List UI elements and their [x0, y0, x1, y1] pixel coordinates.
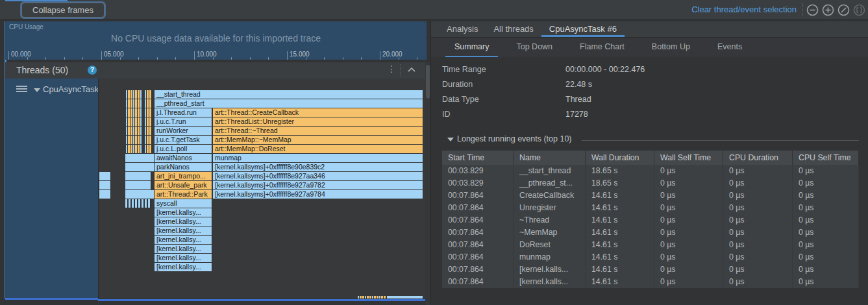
events-table-row[interactable]: 00:07.864CreateCallback14.61 s0 µs0 µs0 … [442, 189, 859, 202]
events-table-row[interactable]: 00:07.864DoReset14.61 s0 µs0 µs0 µs [442, 239, 859, 251]
flame-frame[interactable]: art::Unsafe_park [155, 181, 212, 189]
events-column-header[interactable]: Wall Duration [586, 151, 654, 165]
flame-frame[interactable]: [kernel.kallsy... [155, 263, 212, 271]
flame-frame[interactable]: [kernel.kallsy... [155, 226, 212, 235]
flame-frame[interactable]: art::Thread::~Thread [213, 127, 423, 135]
flame-frame[interactable]: parkNanos [155, 163, 212, 171]
zoom-in-icon[interactable] [822, 4, 834, 16]
events-table-row[interactable]: 00:03.829__start_thread18.65 s0 µs0 µs0 … [442, 165, 859, 177]
flame-frame[interactable]: art::MemMap::DoReset [213, 145, 423, 153]
flame-frame-fragment[interactable] [387, 296, 423, 299]
thread-divider-left [5, 298, 98, 300]
flame-frame[interactable]: __start_thread [155, 90, 423, 99]
events-column-header[interactable]: CPU Self Time [793, 151, 859, 165]
flame-frame[interactable]: [kernel.kallsy... [155, 254, 212, 262]
flame-frame-fragment[interactable] [145, 136, 152, 144]
flame-frame-fragment[interactable] [145, 99, 152, 108]
subtab-top-down[interactable]: Top Down [507, 38, 562, 57]
flame-frame-fragment[interactable] [145, 127, 152, 135]
flame-frame[interactable]: awaitNanos [155, 154, 212, 162]
flame-frame[interactable]: runWorker [155, 127, 212, 135]
events-table-row[interactable]: 00:07.864~Thread14.61 s0 µs0 µs0 µs [442, 214, 859, 226]
flame-frame[interactable]: [kernel.kallsyms]+0xffffff8e90e839c2 [213, 163, 423, 171]
flame-frame-fragment[interactable] [126, 136, 142, 144]
flame-frame-fragment[interactable] [126, 108, 142, 117]
flame-frame-fragment[interactable] [99, 190, 111, 199]
flame-frame[interactable]: syscall [155, 199, 212, 208]
subtab-bottom-up[interactable]: Bottom Up [643, 38, 699, 57]
events-table-row[interactable]: 00:07.864munmap14.61 s0 µs0 µs0 µs [442, 251, 859, 263]
flame-frame-fragment[interactable] [125, 190, 155, 199]
events-column-header[interactable]: Start Time [442, 151, 514, 165]
section-collapse-icon[interactable] [447, 138, 454, 141]
flame-frame-fragment[interactable] [145, 90, 152, 99]
flame-frame-fragment[interactable] [358, 296, 386, 299]
events-table-cell: 0 µs [723, 214, 793, 226]
flame-frame[interactable]: munmap [213, 154, 423, 162]
axis-minor-tick [213, 57, 214, 60]
tab-cpuasynctask[interactable]: CpuAsyncTask #6 [541, 21, 625, 37]
chevron-down-icon[interactable] [34, 88, 40, 92]
flame-frame-fragment[interactable] [99, 172, 111, 180]
flame-frame-fragment[interactable] [125, 172, 151, 180]
flame-frame-fragment[interactable] [125, 154, 155, 162]
flame-frame[interactable]: art::ThreadList::Unregister [213, 117, 423, 126]
flame-frame[interactable]: j.l.Thread.run [155, 108, 212, 117]
flame-frame-fragment[interactable] [125, 163, 155, 171]
events-table-row[interactable]: 00:07.864~MemMap14.61 s0 µs0 µs0 µs [442, 226, 859, 239]
flame-frame[interactable]: [kernel.kallsyms]+0xffffff8e927aa346 [213, 172, 423, 180]
flame-frame[interactable]: art::MemMap::~MemMap [213, 136, 423, 144]
flame-frame[interactable]: j.u.c.T.getTask [155, 136, 212, 144]
flame-frame-fragment[interactable] [126, 145, 142, 153]
events-table-row[interactable]: 00:07.864[kernel.kalls...14.61 s0 µs0 µs… [442, 276, 859, 288]
chevron-up-icon[interactable] [406, 66, 417, 77]
flame-frame[interactable]: art_jni_trampo... [155, 172, 212, 180]
flame-frame[interactable]: __pthread_start [155, 99, 423, 108]
panel-splitter[interactable] [425, 62, 430, 305]
flame-frame-fragment[interactable] [145, 145, 152, 153]
flame-frame-fragment[interactable] [145, 117, 152, 126]
tab-analysis[interactable]: Analysis [439, 21, 486, 37]
section-rule [582, 140, 859, 141]
flame-frame-fragment[interactable] [125, 199, 151, 208]
subtab-events[interactable]: Events [708, 38, 751, 57]
reset-zoom-icon[interactable] [837, 4, 850, 16]
flame-frame[interactable]: art::Thread::CreateCallback [213, 108, 423, 117]
flame-frame-fragment[interactable] [125, 181, 151, 189]
flame-chart[interactable]: __start_thread__pthread_startj.l.Thread.… [98, 79, 425, 299]
events-table-row[interactable]: 00:03.829__pthread_st...18.65 s0 µs0 µs0… [442, 177, 859, 189]
events-column-header[interactable]: Wall Self Time [654, 151, 723, 165]
help-icon[interactable]: ? [88, 66, 97, 75]
flame-frame[interactable]: [kernel.kallsy... [155, 208, 212, 217]
drag-handle-icon[interactable] [16, 86, 27, 93]
events-column-header[interactable]: CPU Duration [723, 151, 793, 165]
flame-frame[interactable]: j.u.c.T.run [155, 117, 212, 126]
flame-frame-fragment[interactable] [126, 117, 142, 126]
flame-frame[interactable]: [kernel.kallsy... [155, 245, 212, 253]
flame-frame-fragment[interactable] [126, 99, 142, 108]
collapse-frames-button[interactable]: Collapse frames [21, 3, 105, 18]
scrollbar-thumb[interactable] [426, 65, 430, 99]
events-table-row[interactable]: 00:07.864[kernel.kalls...14.61 s0 µs0 µs… [442, 263, 859, 276]
clear-selection-link[interactable]: Clear thread/event selection [691, 5, 797, 14]
subtab-flame-chart[interactable]: Flame Chart [571, 38, 634, 57]
flame-frame-fragment[interactable] [145, 108, 152, 117]
flame-frame-fragment[interactable] [126, 90, 142, 99]
flame-frame[interactable]: art::Thread::Park [155, 190, 212, 199]
flame-frame[interactable]: [kernel.kallsyms]+0xffffff8e927a9784 [213, 190, 423, 199]
events-column-header[interactable]: Name [514, 151, 586, 165]
thread-list-item[interactable]: CpuAsyncTask #6 [5, 79, 98, 299]
tab-all-threads[interactable]: All threads [486, 21, 541, 37]
subtab-summary[interactable]: Summary [445, 38, 498, 57]
events-table-row[interactable]: 00:07.864Unregister14.61 s0 µs0 µs0 µs [442, 202, 859, 214]
flame-frame[interactable]: j.u.c.L.poll [155, 145, 212, 153]
flame-frame-fragment[interactable] [126, 127, 142, 135]
flame-frame[interactable]: [kernel.kallsy... [155, 236, 212, 244]
flame-frame[interactable]: [kernel.kallsy... [155, 217, 212, 226]
zoom-out-icon[interactable] [806, 4, 819, 16]
kebab-menu-icon[interactable]: ⋮ [387, 64, 396, 74]
flame-frame-fragment[interactable] [99, 181, 111, 189]
flame-frame[interactable]: [kernel.kallsyms]+0xffffff8e927a9782 [213, 181, 423, 189]
axis-major-tick [8, 51, 9, 60]
cpu-usage-panel[interactable]: CPU Usage No CPU usage data available fo… [5, 21, 427, 60]
